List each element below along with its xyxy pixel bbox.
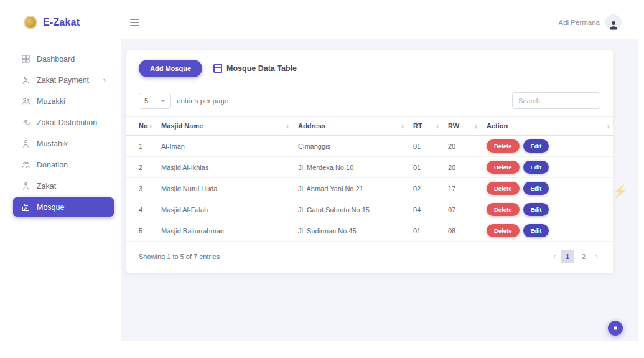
- sidebar-item-label: Zakat: [37, 182, 56, 191]
- pagination-page-1[interactable]: 1: [561, 250, 574, 263]
- cell-rt: 04: [407, 199, 442, 220]
- user-icon: [21, 181, 30, 191]
- entries-selected-value: 5: [144, 97, 148, 105]
- edit-button[interactable]: Edit: [523, 139, 549, 153]
- cell-masjid-name: Masjid Al-Ikhlas: [155, 157, 292, 178]
- pagination-next-icon[interactable]: ›: [593, 252, 600, 261]
- brand[interactable]: E-Zakat: [6, 16, 121, 29]
- table-icon: [213, 64, 222, 73]
- pagination: ‹ 1 2 ›: [551, 250, 600, 263]
- table-controls: 5 entries per page: [126, 86, 613, 116]
- brand-logo-icon: [24, 16, 37, 29]
- table-row: 1 Al-Iman Cimanggis 01 20 DeleteEdit: [126, 136, 613, 157]
- sort-icon: ▲▼: [149, 123, 152, 129]
- sidebar-item-label: Donation: [37, 161, 68, 169]
- header-no[interactable]: No▲▼: [126, 117, 155, 136]
- users-icon: [21, 160, 30, 169]
- delete-button[interactable]: Delete: [487, 224, 520, 237]
- delete-button[interactable]: Delete: [487, 203, 520, 216]
- user-icon: [21, 139, 30, 148]
- sidebar-item-label: Zakat Payment: [37, 76, 89, 85]
- cell-no: 1: [126, 136, 155, 157]
- sort-icon: ▲▼: [401, 123, 404, 129]
- header-address[interactable]: Address▲▼: [292, 117, 407, 136]
- cell-action: DeleteEdit: [480, 157, 613, 178]
- table-row: 5 Masjid Baiturrahman Jl. Sudirman No.45…: [126, 220, 613, 242]
- cell-rt: 01: [407, 157, 442, 178]
- sort-icon: ▲▼: [436, 123, 439, 129]
- table-row: 4 Masjid Al-Falah Jl. Gatot Subroto No.1…: [126, 199, 613, 220]
- user-menu[interactable]: Adi Permana: [559, 14, 638, 31]
- chevron-down-icon: [161, 100, 166, 102]
- table-row: 2 Masjid Al-Ikhlas Jl. Merdeka No.10 01 …: [126, 157, 613, 178]
- delete-button[interactable]: Delete: [487, 161, 520, 174]
- cell-address: Jl. Ahmad Yani No.21: [292, 178, 407, 199]
- cell-action: DeleteEdit: [480, 220, 613, 242]
- table-title-label: Mosque Data Table: [226, 64, 297, 73]
- cell-rt: 02: [407, 178, 442, 199]
- menu-toggle-icon[interactable]: [130, 19, 139, 26]
- cell-rt: 01: [407, 220, 442, 242]
- header-rw[interactable]: RW▲▼: [442, 117, 480, 136]
- sidebar: Dashboard Zakat Payment › Muzakki Zakat …: [6, 39, 121, 341]
- sidebar-item-label: Mosque: [37, 203, 64, 212]
- edit-button[interactable]: Edit: [523, 203, 549, 216]
- entries-select[interactable]: 5: [139, 93, 171, 109]
- sidebar-item-zakat-distribution[interactable]: Zakat Distribution: [13, 113, 114, 132]
- cell-rw: 17: [442, 178, 480, 199]
- cell-no: 4: [126, 199, 155, 220]
- table-title: Mosque Data Table: [213, 64, 297, 73]
- cell-masjid-name: Masjid Baiturrahman: [155, 220, 292, 242]
- mosque-table: No▲▼ Masjid Name▲▼ Address▲▼ RT▲▼ RW▲▼ A…: [126, 116, 613, 242]
- sidebar-item-label: Zakat Distribution: [37, 118, 97, 127]
- cell-rt: 01: [407, 136, 442, 157]
- edit-button[interactable]: Edit: [523, 161, 549, 174]
- mosque-table-card: Add Mosque Mosque Data Table 5 entries p…: [126, 50, 613, 273]
- cell-masjid-name: Masjid Nurul Huda: [155, 178, 292, 199]
- delete-button[interactable]: Delete: [487, 182, 520, 195]
- chevron-right-icon: ›: [103, 76, 106, 84]
- cell-masjid-name: Al-Iman: [155, 136, 292, 157]
- cell-action: DeleteEdit: [480, 136, 613, 157]
- sidebar-item-donation[interactable]: Donation: [13, 155, 114, 174]
- edit-button[interactable]: Edit: [523, 224, 549, 237]
- cell-address: Jl. Merdeka No.10: [292, 157, 407, 178]
- sidebar-item-zakat-payment[interactable]: Zakat Payment ›: [13, 70, 114, 90]
- scroll-flash-icon[interactable]: ⚡: [612, 184, 628, 199]
- pagination-prev-icon[interactable]: ‹: [551, 252, 558, 261]
- showing-entries-label: Showing 1 to 5 of 7 entries: [139, 253, 220, 260]
- sort-icon: ▲▼: [474, 123, 478, 129]
- header-action[interactable]: Action▲▼: [480, 117, 613, 136]
- entries-per-page: 5 entries per page: [139, 93, 228, 109]
- sidebar-item-dashboard[interactable]: Dashboard: [13, 49, 114, 68]
- gear-icon: [612, 324, 619, 332]
- floating-action-button[interactable]: [608, 321, 623, 336]
- sort-icon: ▲▼: [286, 123, 289, 129]
- cell-masjid-name: Masjid Al-Falah: [155, 199, 292, 220]
- user-name: Adi Permana: [559, 19, 600, 26]
- sidebar-item-zakat[interactable]: Zakat: [13, 176, 114, 195]
- cell-rw: 08: [442, 220, 480, 242]
- delete-button[interactable]: Delete: [487, 139, 520, 153]
- sidebar-item-mosque[interactable]: Mosque: [13, 197, 114, 217]
- table-footer: Showing 1 to 5 of 7 entries ‹ 1 2 ›: [126, 242, 613, 273]
- sidebar-item-mustahik[interactable]: Mustahik: [13, 134, 114, 153]
- add-mosque-button[interactable]: Add Mosque: [139, 60, 202, 77]
- entries-suffix-label: entries per page: [177, 97, 228, 105]
- edit-button[interactable]: Edit: [523, 182, 549, 195]
- sidebar-item-label: Mustahik: [37, 139, 68, 148]
- sidebar-item-label: Dashboard: [37, 55, 75, 64]
- user-avatar-icon: [605, 14, 622, 31]
- distribution-icon: [21, 118, 30, 127]
- cell-no: 3: [126, 178, 155, 199]
- cell-action: DeleteEdit: [480, 178, 613, 199]
- mosque-icon: [21, 202, 30, 212]
- payment-icon: [21, 75, 30, 85]
- header-rt[interactable]: RT▲▼: [407, 117, 442, 136]
- sort-icon: ▲▼: [607, 123, 610, 129]
- card-header: Add Mosque Mosque Data Table: [126, 50, 613, 86]
- pagination-page-2[interactable]: 2: [577, 250, 590, 263]
- sidebar-item-muzakki[interactable]: Muzakki: [13, 92, 114, 111]
- search-input[interactable]: [512, 92, 600, 109]
- header-masjid-name[interactable]: Masjid Name▲▼: [155, 117, 292, 136]
